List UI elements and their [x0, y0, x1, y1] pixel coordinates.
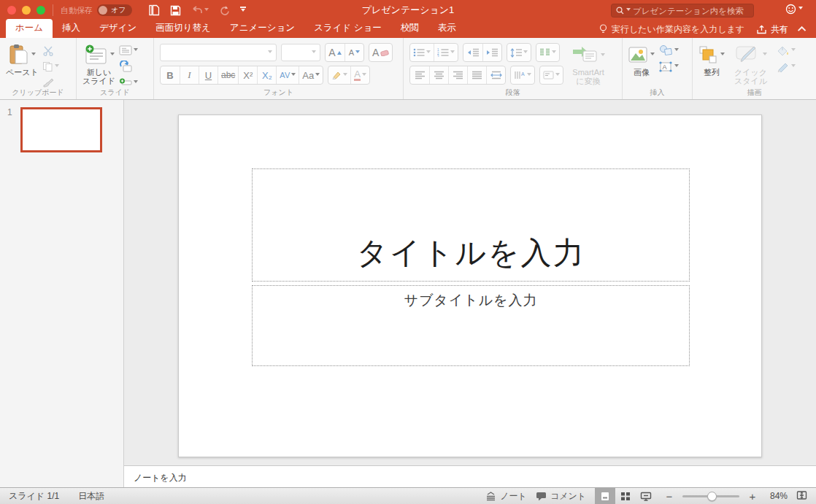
strikethrough-button[interactable]: abc	[218, 66, 238, 84]
smartart-caret[interactable]	[601, 53, 605, 58]
picture-dropdown-caret[interactable]	[650, 53, 655, 58]
title-placeholder[interactable]: タイトルを入力	[252, 168, 690, 282]
section-dropdown-caret[interactable]	[134, 80, 138, 85]
clear-formatting-button[interactable]: A	[369, 44, 392, 61]
distribute-button[interactable]	[486, 66, 505, 84]
slideshow-view-button[interactable]	[636, 488, 656, 504]
quick-styles-caret[interactable]	[763, 53, 767, 58]
new-presentation-icon[interactable]	[148, 4, 160, 16]
cut-button[interactable]	[42, 44, 59, 57]
bullets-caret[interactable]	[426, 50, 431, 55]
shrink-font-button[interactable]: A	[345, 44, 363, 61]
undo-button[interactable]	[191, 4, 209, 17]
close-window-button[interactable]	[7, 6, 16, 15]
align-center-button[interactable]	[429, 66, 448, 84]
language-indicator[interactable]: 日本語	[78, 490, 104, 503]
change-case-button[interactable]: Aa	[299, 66, 323, 84]
shapes-button[interactable]	[658, 44, 679, 57]
tell-me-box[interactable]: 実行したい作業内容を入力します	[599, 23, 744, 36]
grow-font-button[interactable]: A	[326, 44, 345, 61]
redo-button[interactable]	[219, 5, 230, 16]
align-left-button[interactable]	[410, 66, 429, 84]
share-button[interactable]: 共有	[756, 23, 788, 36]
customize-toolbar-caret[interactable]	[240, 7, 246, 14]
copy-button[interactable]	[42, 60, 59, 73]
zoom-slider[interactable]	[682, 495, 739, 497]
normal-view-button[interactable]	[595, 488, 615, 504]
decrease-indent-button[interactable]	[463, 44, 482, 61]
textbox-button[interactable]: A	[658, 60, 679, 73]
numbering-button[interactable]: 123	[434, 44, 458, 61]
tab-slideshow[interactable]: スライド ショー	[304, 19, 391, 38]
font-name-combo[interactable]	[160, 44, 277, 61]
search-scope-caret[interactable]	[626, 8, 631, 13]
new-slide-dropdown-caret[interactable]	[110, 53, 115, 58]
case-caret[interactable]	[315, 73, 320, 78]
fit-slide-to-window-button[interactable]	[796, 490, 807, 503]
character-spacing-button[interactable]: AV	[276, 66, 299, 84]
text-direction-caret[interactable]	[527, 73, 531, 78]
bold-button[interactable]: B	[161, 66, 180, 84]
new-slide-button[interactable]: 新しいスライド	[82, 43, 115, 85]
tab-review[interactable]: 校閲	[391, 19, 428, 38]
tab-insert[interactable]: 挿入	[53, 19, 90, 38]
reset-slide-button[interactable]	[119, 60, 138, 73]
text-direction-button[interactable]: A	[511, 66, 534, 84]
quick-styles-button[interactable]: クイックスタイル	[734, 43, 767, 85]
slide-sorter-view-button[interactable]	[615, 488, 636, 504]
numbering-caret[interactable]	[450, 50, 455, 55]
columns-caret[interactable]	[552, 50, 556, 55]
columns-button[interactable]	[536, 44, 559, 61]
slide-thumbnail[interactable]	[20, 107, 102, 152]
highlight-caret[interactable]	[343, 73, 347, 78]
shape-fill-caret[interactable]	[791, 48, 796, 53]
collapse-ribbon-icon[interactable]	[798, 26, 806, 34]
paste-dropdown-caret[interactable]	[31, 53, 36, 58]
zoom-level[interactable]: 84%	[766, 491, 788, 501]
layout-dropdown-caret[interactable]	[134, 48, 138, 53]
highlight-button[interactable]	[328, 66, 350, 84]
copy-dropdown-caret[interactable]	[55, 64, 59, 69]
shapes-caret[interactable]	[674, 48, 679, 53]
font-color-caret[interactable]	[362, 73, 366, 78]
search-box[interactable]	[611, 4, 754, 18]
font-size-combo[interactable]	[281, 44, 320, 61]
autosave-toggle[interactable]: オフ	[97, 4, 132, 16]
picture-button[interactable]: 画像	[628, 43, 655, 77]
superscript-button[interactable]: X²	[238, 66, 257, 84]
italic-button[interactable]: I	[180, 66, 199, 84]
shape-fill-button[interactable]	[777, 44, 796, 57]
convert-smartart-button[interactable]: SmartArtに変換	[571, 43, 605, 85]
line-spacing-caret[interactable]	[523, 50, 528, 55]
undo-dropdown-caret[interactable]	[204, 8, 209, 13]
minimize-window-button[interactable]	[22, 6, 31, 15]
notes-pane[interactable]: ノートを入力	[124, 465, 816, 487]
comments-button[interactable]: コメント	[536, 490, 586, 503]
zoom-in-button[interactable]: +	[748, 490, 757, 503]
zoom-out-button[interactable]: −	[665, 490, 674, 503]
spacing-caret[interactable]	[291, 73, 296, 78]
feedback-control[interactable]	[785, 4, 803, 15]
slide-editing-area[interactable]: タイトルを入力 サブタイトルを入力	[178, 115, 762, 457]
arrange-dropdown-caret[interactable]	[720, 53, 725, 58]
shape-outline-button[interactable]	[777, 60, 796, 73]
line-spacing-button[interactable]	[507, 44, 531, 61]
shape-outline-caret[interactable]	[791, 64, 796, 69]
subtitle-placeholder[interactable]: サブタイトルを入力	[252, 285, 690, 366]
layout-button[interactable]	[119, 44, 138, 57]
textbox-caret[interactable]	[674, 64, 679, 69]
notes-toggle-button[interactable]: ノート	[485, 490, 527, 503]
subscript-button[interactable]: X₂	[257, 66, 276, 84]
tab-view[interactable]: 表示	[428, 19, 466, 38]
increase-indent-button[interactable]	[482, 44, 501, 61]
tab-animations[interactable]: アニメーション	[220, 19, 304, 38]
tab-home[interactable]: ホーム	[6, 19, 53, 38]
arrange-button[interactable]: 整列	[698, 43, 725, 77]
underline-button[interactable]: U	[199, 66, 218, 84]
bullets-button[interactable]	[410, 44, 434, 61]
zoom-window-button[interactable]	[36, 6, 45, 15]
save-icon[interactable]	[170, 5, 181, 16]
font-color-button[interactable]: A	[350, 66, 369, 84]
tab-transitions[interactable]: 画面切り替え	[146, 19, 220, 38]
tab-design[interactable]: デザイン	[90, 19, 146, 38]
